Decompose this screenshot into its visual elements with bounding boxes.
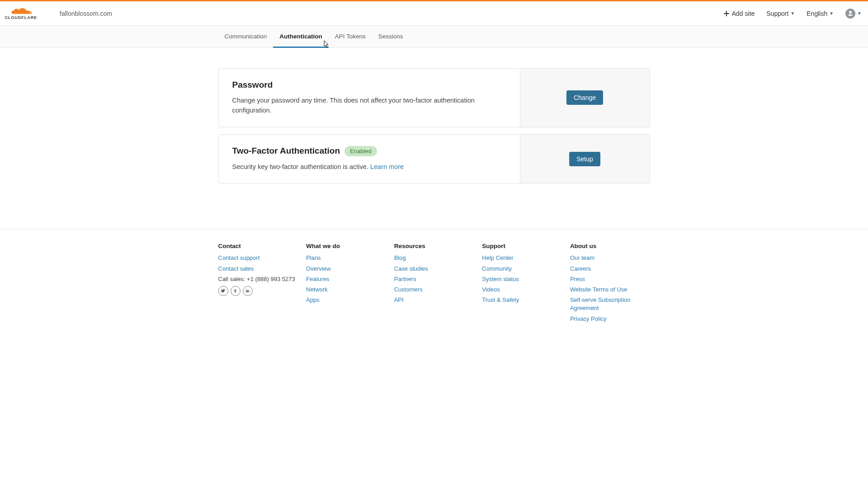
footer-link-press[interactable]: Press <box>570 276 585 282</box>
footer-link-community[interactable]: Community <box>482 265 512 272</box>
footer-link-videos[interactable]: Videos <box>482 286 500 293</box>
footer-link-terms[interactable]: Website Terms of Use <box>570 286 627 293</box>
profile-tabs: Communication Authentication API Tokens … <box>0 26 868 48</box>
footer-col-about: About us Our team Careers Press Website … <box>570 243 650 325</box>
two-factor-status-badge: Enabled <box>344 146 377 156</box>
footer-whatwedo-title: What we do <box>306 243 386 249</box>
password-desc: Change your password any time. This does… <box>232 95 506 116</box>
account-domain[interactable]: fallonblossom.com <box>60 10 112 17</box>
svg-text:CLOUDFLARE: CLOUDFLARE <box>5 15 37 19</box>
header-right: Add site Support ▼ English ▼ ▼ <box>724 9 862 19</box>
footer-link-systemstatus[interactable]: System status <box>482 276 519 282</box>
footer-col-contact: Contact Contact support Contact sales Ca… <box>218 243 298 325</box>
caret-down-icon: ▼ <box>790 11 795 16</box>
footer-link-network[interactable]: Network <box>306 286 328 293</box>
caret-down-icon: ▼ <box>829 11 834 16</box>
footer-link-apps[interactable]: Apps <box>306 296 320 303</box>
footer-link-trustsafety[interactable]: Trust & Safety <box>482 296 519 303</box>
facebook-icon[interactable] <box>231 286 241 296</box>
tab-communication[interactable]: Communication <box>218 26 274 48</box>
footer-link-ourteam[interactable]: Our team <box>570 254 594 261</box>
two-factor-card: Two-Factor Authentication Enabled Securi… <box>218 134 650 183</box>
support-label: Support <box>766 10 788 17</box>
password-title: Password <box>232 80 506 90</box>
language-menu[interactable]: English ▼ <box>807 10 834 17</box>
plus-icon <box>724 11 729 16</box>
add-site-label: Add site <box>732 10 755 17</box>
footer-link-helpcenter[interactable]: Help Center <box>482 254 513 261</box>
tab-sessions[interactable]: Sessions <box>372 26 410 48</box>
footer-support-title: Support <box>482 243 562 249</box>
main-content: Password Change your password any time. … <box>0 48 868 183</box>
twitter-icon[interactable] <box>218 286 228 296</box>
header-left: CLOUDFLARE fallonblossom.com <box>2 6 112 21</box>
cloudflare-logo[interactable]: CLOUDFLARE <box>2 6 47 21</box>
footer-link-careers[interactable]: Careers <box>570 265 591 272</box>
footer-link-api[interactable]: API <box>394 296 404 303</box>
footer-link-contact-support[interactable]: Contact support <box>218 254 260 261</box>
tab-authentication[interactable]: Authentication <box>273 26 329 48</box>
two-factor-title: Two-Factor Authentication <box>232 146 340 156</box>
two-factor-setup-button[interactable]: Setup <box>569 152 600 166</box>
footer-link-plans[interactable]: Plans <box>306 254 321 261</box>
password-card: Password Change your password any time. … <box>218 68 650 127</box>
tab-api-tokens[interactable]: API Tokens <box>329 26 372 48</box>
footer-col-whatwedo: What we do Plans Overview Features Netwo… <box>306 243 386 325</box>
footer-call-sales: Call sales: +1 (888) 993 5273 <box>218 275 298 283</box>
account-menu[interactable]: ▼ <box>845 9 862 19</box>
top-header: CLOUDFLARE fallonblossom.com Add site Su… <box>0 1 868 26</box>
footer-link-privacy[interactable]: Privacy Policy <box>570 315 607 322</box>
footer-link-features[interactable]: Features <box>306 276 329 282</box>
change-password-button[interactable]: Change <box>566 90 603 105</box>
footer-link-overview[interactable]: Overview <box>306 265 330 272</box>
footer-link-customers[interactable]: Customers <box>394 286 423 293</box>
add-site-button[interactable]: Add site <box>724 10 755 17</box>
support-menu[interactable]: Support ▼ <box>766 10 795 17</box>
footer-contact-title: Contact <box>218 243 298 249</box>
footer-link-casestudies[interactable]: Case studies <box>394 265 428 272</box>
two-factor-desc: Security key two-factor authentication i… <box>232 163 370 170</box>
footer-link-contact-sales[interactable]: Contact sales <box>218 265 254 272</box>
footer-about-title: About us <box>570 243 650 249</box>
footer-col-support: Support Help Center Community System sta… <box>482 243 562 325</box>
two-factor-learn-more-link[interactable]: Learn more <box>370 163 404 170</box>
caret-down-icon: ▼ <box>857 11 862 16</box>
footer-link-partners[interactable]: Partners <box>394 276 416 282</box>
footer-resources-title: Resources <box>394 243 474 249</box>
page-footer: Contact Contact support Contact sales Ca… <box>0 229 868 325</box>
footer-link-blog[interactable]: Blog <box>394 254 406 261</box>
linkedin-icon[interactable] <box>243 286 253 296</box>
footer-col-resources: Resources Blog Case studies Partners Cus… <box>394 243 474 325</box>
language-label: English <box>807 10 827 17</box>
footer-link-selfserve[interactable]: Self-serve Subscription Agreement <box>570 296 631 311</box>
avatar-icon <box>845 9 855 19</box>
